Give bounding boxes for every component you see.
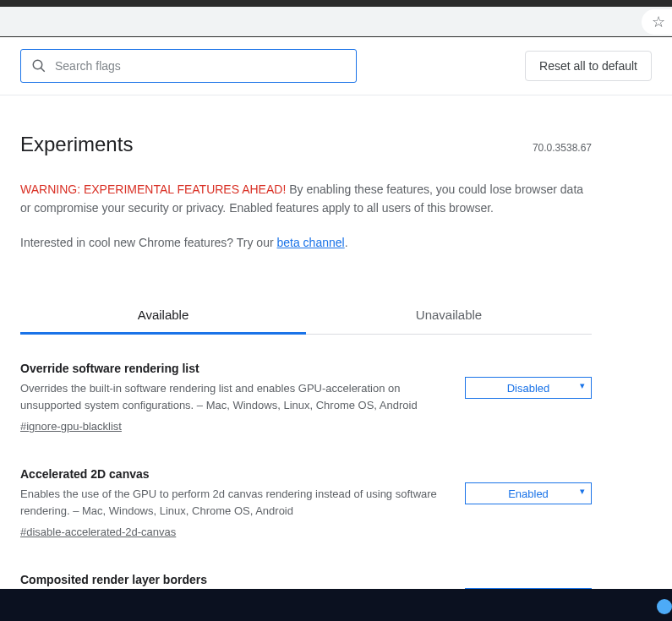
flag-item: Accelerated 2D canvas Enables the use of… (20, 467, 592, 539)
title-row: Experiments 70.0.3538.67 (20, 133, 592, 156)
bookmark-star-wrap: ☆ (642, 9, 672, 35)
flag-list: Override software rendering list Overrid… (20, 362, 592, 621)
reset-all-button[interactable]: Reset all to default (525, 51, 652, 81)
flag-select-wrap: Enabled (465, 482, 592, 504)
tabs: Available Unavailable (20, 296, 592, 335)
warning-prefix: WARNING: EXPERIMENTAL FEATURES AHEAD! (20, 182, 286, 196)
footer-circle-icon (657, 599, 672, 614)
flag-state-select[interactable]: Disabled (465, 377, 592, 399)
version-text: 70.0.3538.67 (533, 142, 592, 154)
flag-item: Override software rendering list Overrid… (20, 362, 592, 433)
flag-title: Accelerated 2D canvas (20, 467, 448, 481)
flag-text: Override software rendering list Overrid… (20, 362, 448, 433)
tab-available[interactable]: Available (20, 296, 306, 334)
beta-channel-link[interactable]: beta channel (276, 236, 344, 249)
interest-block: Interested in cool new Chrome features? … (20, 233, 592, 252)
tab-unavailable[interactable]: Unavailable (306, 296, 592, 334)
flag-text: Accelerated 2D canvas Enables the use of… (20, 467, 448, 539)
top-controls: Reset all to default (0, 37, 672, 95)
page-title: Experiments (20, 133, 133, 156)
content-area: Experiments 70.0.3538.67 WARNING: EXPERI… (0, 133, 612, 621)
search-box[interactable] (20, 49, 357, 83)
search-input[interactable] (55, 59, 346, 73)
browser-tab-strip (0, 0, 672, 7)
flag-control: Disabled (465, 362, 592, 433)
flag-select-wrap: Disabled (465, 377, 592, 399)
bookmark-star-icon[interactable]: ☆ (652, 13, 665, 31)
flag-state-select[interactable]: Enabled (465, 482, 592, 504)
footer-bar (0, 589, 672, 621)
interest-suffix: . (345, 236, 348, 249)
flag-title: Override software rendering list (20, 362, 448, 375)
flag-title: Composited render layer borders (20, 573, 448, 586)
search-icon (31, 58, 46, 74)
flag-anchor-link[interactable]: #disable-accelerated-2d-canvas (20, 526, 176, 538)
browser-url-bar: ☆ (0, 7, 672, 37)
warning-block: WARNING: EXPERIMENTAL FEATURES AHEAD! By… (20, 180, 592, 218)
svg-line-1 (41, 68, 45, 72)
interest-text: Interested in cool new Chrome features? … (20, 236, 276, 249)
svg-point-0 (33, 60, 42, 69)
flag-control: Enabled (465, 467, 592, 539)
flag-anchor-link[interactable]: #ignore-gpu-blacklist (20, 420, 122, 433)
flag-desc: Overrides the built-in software renderin… (20, 380, 448, 413)
flag-desc: Enables the use of the GPU to perform 2d… (20, 486, 448, 519)
